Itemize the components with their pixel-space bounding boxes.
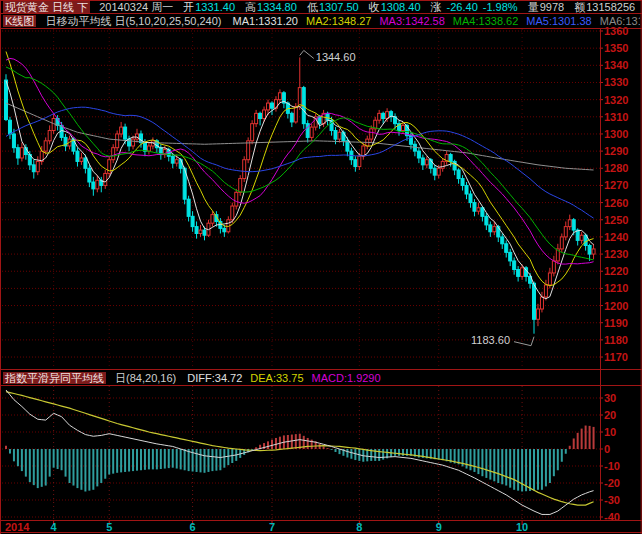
trading-terminal: 1344.601183.6013601350134013301320131013… — [0, 0, 642, 534]
symbol-period-selector[interactable]: 现货黄金 日线 下 — [3, 1, 90, 13]
indicator-name-label[interactable]: 指数平滑异同平均线 — [3, 372, 106, 384]
volume-label: 量 — [528, 1, 539, 13]
macd-values: DIFF:34.72DEA:33.75MACD:1.9290 — [179, 372, 380, 384]
svg-text:1344.60: 1344.60 — [316, 51, 356, 63]
x-axis[interactable]: 201445678910 — [5, 521, 528, 533]
svg-text:-40: -40 — [604, 511, 620, 523]
amount-label: 额 — [574, 1, 585, 13]
svg-text:1190: 1190 — [604, 317, 628, 329]
svg-text:1240: 1240 — [604, 231, 628, 243]
ma-description: 日移动平均线 日(5,10,20,25,50,240) — [45, 15, 221, 27]
low-value: 1307.50 — [319, 1, 359, 13]
high-value: 1334.80 — [257, 1, 297, 13]
open-value: 1331.40 — [195, 1, 235, 13]
close-label: 收 — [369, 1, 380, 13]
svg-text:5: 5 — [106, 521, 112, 533]
svg-text:10: 10 — [604, 426, 616, 438]
price-annotations: 1344.601183.60 — [300, 50, 534, 345]
svg-text:1350: 1350 — [604, 42, 628, 54]
indicator-value: MA4:1338.62 — [453, 15, 518, 27]
amount-value: 13158256 — [586, 1, 635, 13]
indicator-value: DIFF:34.72 — [187, 372, 242, 384]
indicator-value: MACD:1.9290 — [312, 372, 381, 384]
svg-text:1340: 1340 — [604, 59, 628, 71]
svg-text:1200: 1200 — [604, 300, 628, 312]
svg-text:1260: 1260 — [604, 197, 628, 209]
change-value: -26.40 — [447, 1, 478, 13]
svg-text:8: 8 — [356, 521, 362, 533]
svg-text:0: 0 — [604, 443, 610, 455]
change-pct-value: -1.98% — [483, 1, 518, 13]
macd-description: 日(84,20,16) — [115, 372, 176, 384]
change-label: 涨 — [431, 1, 442, 13]
svg-text:30: 30 — [604, 392, 616, 404]
svg-text:1270: 1270 — [604, 179, 628, 191]
close-value: 1308.40 — [381, 1, 421, 13]
svg-text:4: 4 — [51, 521, 58, 533]
svg-text:-10: -10 — [604, 460, 620, 472]
svg-text:1170: 1170 — [604, 351, 628, 363]
svg-text:1230: 1230 — [604, 248, 628, 260]
indicator-value: MA3:1342.58 — [379, 15, 444, 27]
svg-text:7: 7 — [269, 521, 275, 533]
kline-chart-canvas[interactable]: 1344.601183.6013601350134013301320131013… — [0, 0, 642, 534]
svg-text:1180: 1180 — [604, 334, 628, 346]
quote-date: 20140324 周一 — [99, 1, 173, 13]
indicator-value: MA1:1331.20 — [233, 15, 298, 27]
svg-text:1220: 1220 — [604, 265, 628, 277]
svg-text:9: 9 — [436, 521, 442, 533]
svg-text:1290: 1290 — [604, 145, 628, 157]
svg-text:1320: 1320 — [604, 94, 628, 106]
svg-text:1280: 1280 — [604, 162, 628, 174]
quote-bar: 现货黄金 日线 下 20140324 周一 开1331.40 高1334.80 … — [3, 1, 640, 14]
svg-text:10: 10 — [516, 521, 528, 533]
svg-text:-30: -30 — [604, 494, 620, 506]
svg-text:1250: 1250 — [604, 214, 628, 226]
macd-histogram — [6, 426, 594, 492]
svg-text:1183.60: 1183.60 — [471, 334, 510, 346]
svg-text:-20: -20 — [604, 477, 620, 489]
indicator-value: MA6:1318.05 — [600, 15, 640, 27]
svg-text:1210: 1210 — [604, 282, 628, 294]
chart-type-label[interactable]: K线图 — [3, 15, 36, 27]
svg-text:1330: 1330 — [604, 76, 628, 88]
macd-header: 指数平滑异同平均线 日(84,20,16) DIFF:34.72DEA:33.7… — [3, 372, 640, 385]
ma-values: MA1:1331.20MA2:1348.27MA3:1342.58MA4:133… — [225, 15, 640, 27]
high-label: 高 — [245, 1, 256, 13]
ma50-line — [6, 107, 594, 218]
svg-text:2014: 2014 — [5, 521, 30, 533]
svg-text:6: 6 — [190, 521, 196, 533]
candles[interactable] — [5, 57, 596, 333]
svg-text:1300: 1300 — [604, 128, 628, 140]
indicator-value: MA2:1348.27 — [306, 15, 371, 27]
indicator-value: DEA:33.75 — [250, 372, 303, 384]
indicator-value: MA5:1301.38 — [526, 15, 591, 27]
y-axis: 1360135013401330132013101300129012801270… — [600, 25, 628, 523]
svg-text:20: 20 — [604, 409, 616, 421]
svg-text:1310: 1310 — [604, 111, 628, 123]
open-label: 开 — [183, 1, 194, 13]
low-label: 低 — [307, 1, 318, 13]
kline-header: K线图 日移动平均线 日(5,10,20,25,50,240) MA1:1331… — [3, 15, 640, 28]
volume-value: 9978 — [540, 1, 564, 13]
